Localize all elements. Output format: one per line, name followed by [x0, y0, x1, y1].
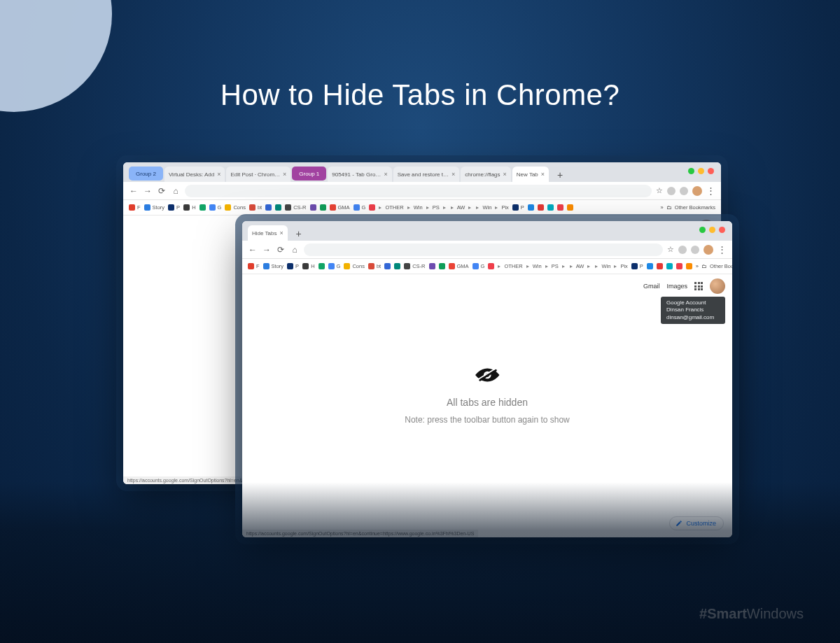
other-bookmarks[interactable]: » 🗀 Other Bookmarks	[660, 204, 715, 211]
close-window-button[interactable]	[719, 227, 725, 233]
tab-tabgroup-bug[interactable]: 905491 - Tab Gro… ×	[328, 167, 391, 182]
bookmark-item[interactable]: AW	[570, 263, 584, 269]
bookmark-item[interactable]: F	[248, 263, 260, 269]
address-bar[interactable]	[185, 185, 652, 197]
bookmark-item[interactable]: GMA	[330, 204, 350, 211]
bookmark-item[interactable]: PS	[426, 204, 440, 211]
menu-button[interactable]: ⋮	[718, 244, 727, 255]
bookmark-item[interactable]: P	[631, 263, 643, 269]
customize-button[interactable]: Customize	[669, 516, 724, 530]
extension-icon[interactable]	[691, 246, 699, 254]
bookmark-item[interactable]: G	[209, 204, 222, 211]
reload-button[interactable]: ⟳	[157, 186, 167, 196]
profile-avatar[interactable]	[692, 186, 702, 196]
home-button[interactable]: ⌂	[290, 245, 300, 255]
apps-launcher-icon[interactable]	[694, 282, 703, 290]
bookmark-item[interactable]: CS-R	[285, 204, 306, 211]
bookmark-item[interactable]: H	[183, 204, 195, 211]
bookmark-item[interactable]	[538, 204, 544, 211]
forward-button[interactable]: →	[262, 245, 272, 255]
bookmark-item[interactable]: Cons	[344, 263, 365, 269]
close-window-button[interactable]	[708, 168, 714, 174]
tab-save-restore[interactable]: Save and restore t… ×	[393, 167, 460, 182]
tab-group-blue[interactable]: Group 2	[129, 167, 163, 181]
bookmark-item[interactable]	[200, 204, 206, 211]
bookmark-item[interactable]: P	[512, 204, 524, 211]
home-button[interactable]: ⌂	[171, 186, 181, 196]
gmail-link[interactable]: Gmail	[643, 283, 660, 290]
tab-new-tab-active[interactable]: New Tab ×	[512, 167, 549, 182]
menu-button[interactable]: ⋮	[706, 185, 715, 196]
bookmark-item[interactable]: Story	[144, 204, 165, 211]
bookmark-item[interactable]	[369, 204, 375, 211]
new-tab-button[interactable]: +	[292, 227, 306, 241]
close-icon[interactable]: ×	[503, 171, 507, 178]
bookmark-item[interactable]: G	[354, 204, 366, 211]
bookmark-item[interactable]: Win	[595, 263, 610, 269]
bookmark-item[interactable]: G	[328, 263, 341, 269]
bookmark-item[interactable]: Pix	[495, 204, 508, 211]
close-icon[interactable]: ×	[451, 171, 455, 178]
bookmark-item[interactable]: Win	[407, 204, 423, 211]
maximize-button[interactable]	[698, 168, 704, 174]
bookmark-item[interactable]: bt	[368, 263, 381, 269]
bookmark-item[interactable]: G	[472, 263, 485, 269]
reload-button[interactable]: ⟳	[276, 245, 286, 255]
tab-group-purple[interactable]: Group 1	[292, 167, 326, 181]
tab-virtual-desks[interactable]: Virtual Desks: Add ×	[164, 167, 225, 182]
bookmark-item[interactable]	[547, 204, 554, 211]
bookmark-item[interactable]	[384, 263, 391, 269]
bookmark-item[interactable]: P	[287, 263, 299, 269]
bookmark-item[interactable]: OTHER	[379, 204, 403, 211]
bookmark-item[interactable]	[320, 204, 326, 211]
bookmark-item[interactable]	[686, 263, 692, 269]
tab-edit-post[interactable]: Edit Post · Chrom… ×	[226, 167, 290, 182]
extension-icon[interactable]	[667, 187, 676, 195]
bookmark-item[interactable]: PS	[545, 263, 559, 269]
bookmark-item[interactable]	[557, 204, 564, 211]
extension-icon[interactable]	[678, 246, 687, 254]
bookmark-item[interactable]	[394, 263, 400, 269]
close-icon[interactable]: ×	[279, 229, 283, 236]
bookmark-item[interactable]: Story	[263, 263, 284, 269]
close-icon[interactable]: ×	[217, 171, 220, 178]
new-tab-button[interactable]: +	[553, 168, 567, 182]
bookmark-item[interactable]: F	[129, 204, 141, 211]
other-bookmarks[interactable]: » 🗀 Other Bookmarks	[696, 263, 732, 269]
bookmark-item[interactable]: Pix	[614, 263, 627, 269]
bookmark-item[interactable]	[468, 204, 472, 211]
bookmark-item[interactable]: AW	[451, 204, 465, 211]
bookmark-star-icon[interactable]	[656, 186, 663, 195]
forward-button[interactable]: →	[143, 186, 153, 196]
tab-chrome-flags[interactable]: chrome://flags ×	[461, 167, 511, 182]
back-button[interactable]: ←	[248, 245, 258, 255]
bookmark-item[interactable]	[528, 204, 534, 211]
back-button[interactable]: ←	[129, 186, 139, 196]
bookmark-item[interactable]	[676, 263, 682, 269]
maximize-button[interactable]	[709, 227, 715, 233]
bookmark-item[interactable]	[587, 263, 592, 269]
bookmark-item[interactable]: P	[168, 204, 180, 211]
bookmark-item[interactable]	[429, 263, 435, 269]
minimize-button[interactable]	[688, 168, 694, 174]
bookmark-item[interactable]: CS-R	[404, 263, 425, 269]
bookmark-item[interactable]: Win	[476, 204, 491, 211]
bookmark-item[interactable]	[318, 263, 325, 269]
bookmark-item[interactable]: H	[302, 263, 314, 269]
minimize-button[interactable]	[699, 227, 706, 233]
bookmark-star-icon[interactable]	[667, 245, 674, 254]
bookmark-item[interactable]	[265, 204, 272, 211]
bookmark-item[interactable]	[443, 204, 447, 211]
bookmark-item[interactable]: Cons	[225, 204, 246, 211]
bookmark-item[interactable]	[310, 204, 316, 211]
tab-hide-tabs[interactable]: Hide Tabs ×	[248, 225, 288, 241]
account-avatar[interactable]	[710, 278, 725, 294]
bookmark-item[interactable]	[657, 263, 663, 269]
address-bar[interactable]	[304, 243, 663, 256]
bookmark-item[interactable]	[567, 204, 573, 211]
close-icon[interactable]: ×	[541, 171, 545, 178]
profile-avatar[interactable]	[704, 245, 713, 255]
close-icon[interactable]: ×	[283, 171, 286, 178]
bookmark-item[interactable]	[488, 263, 494, 269]
bookmark-item[interactable]	[647, 263, 653, 269]
